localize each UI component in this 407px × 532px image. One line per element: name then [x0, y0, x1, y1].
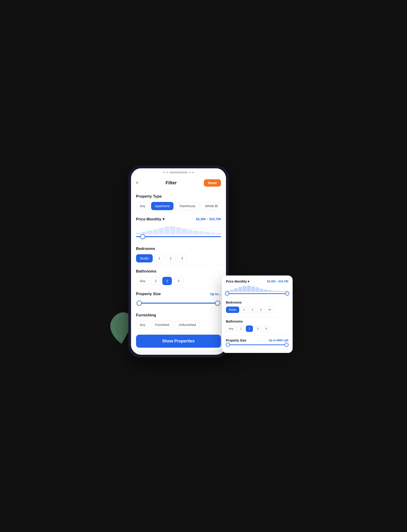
price-monthly-value: $2,300 – $15,700 [196, 217, 221, 221]
price-slider-thumb-left[interactable] [140, 234, 145, 239]
reset-button[interactable]: Reset [204, 179, 221, 187]
chip-townhouse[interactable]: Townhouse [175, 202, 199, 210]
popup-chip-1-bed[interactable]: 1 [241, 307, 248, 313]
popup-price-thumb-left[interactable] [225, 292, 229, 296]
popup-chip-2-bath[interactable]: 2 [246, 326, 253, 332]
show-properties-button[interactable]: Show Properties [136, 335, 221, 348]
bathrooms-header: Bathrooms [136, 269, 221, 274]
notch-dot-4 [192, 172, 194, 173]
bedrooms-header: Bedrooms [136, 246, 221, 251]
price-range-container [136, 225, 221, 240]
popup-chip-3-bed[interactable]: 3 [257, 307, 264, 313]
popup-price-histogram [226, 286, 289, 292]
phone-main: × Filter Reset Property Type Any Apartme… [128, 166, 229, 357]
popup-chip-4-bath[interactable]: 4 [263, 326, 270, 332]
price-slider-fill [136, 236, 221, 237]
furnishing-label: Furnishing [136, 313, 156, 318]
scene: × Filter Reset Property Type Any Apartme… [115, 161, 293, 371]
price-slider-track[interactable] [136, 236, 221, 237]
bathrooms-label: Bathrooms [136, 269, 157, 274]
property-type-label: Property Type [136, 194, 162, 199]
popup-chip-2-bed[interactable]: 2 [249, 307, 256, 313]
chip-whole-building[interactable]: Whole Bl [201, 202, 221, 210]
size-range-container [136, 300, 221, 306]
chip-3-bath[interactable]: 3 [174, 277, 183, 285]
popup-chip-3-bath[interactable]: 3 [254, 326, 261, 332]
popup-hist-bar [243, 286, 246, 292]
property-size-section: Property Size Up to... [131, 288, 226, 309]
chip-any-bath[interactable]: Any [136, 277, 149, 285]
furnishing-section: Furnishing Any Furnished Unfurnished [131, 309, 226, 332]
chip-1-bath[interactable]: 1 [151, 277, 161, 285]
notch-dot-2 [166, 172, 168, 173]
chip-any-furnish[interactable]: Any [136, 321, 149, 329]
popup-hist-bar [255, 287, 259, 292]
notch-dot-3 [189, 172, 191, 173]
size-slider-fill [139, 303, 217, 304]
popup-divider-1 [226, 298, 289, 298]
popup-divider-2 [226, 317, 289, 317]
popup-hist-bar [259, 289, 263, 292]
close-button[interactable]: × [136, 181, 139, 185]
chip-2-bed[interactable]: 2 [166, 254, 176, 262]
popup-hist-bar [276, 291, 280, 292]
popup-hist-bar [264, 290, 267, 292]
popup-price-section: Price Monthly ▾ $2,300 – $15,700 [226, 280, 289, 294]
chip-2-bath[interactable]: 2 [162, 277, 172, 285]
popup-hist-bar [281, 291, 284, 292]
hist-bar [187, 230, 192, 234]
chip-any[interactable]: Any [136, 202, 149, 210]
notch-bar [169, 172, 188, 173]
popup-hist-bar [251, 286, 255, 292]
price-monthly-section: Price Monthly ▾ $2,300 – $15,700 [131, 213, 226, 242]
bedrooms-chips: Studio 1 2 3 [136, 254, 221, 262]
popup-hist-bar [230, 290, 234, 292]
hist-bar [136, 232, 141, 234]
popup-chip-1-bath[interactable]: 1 [237, 326, 244, 332]
property-type-section: Property Type Any Apartment Townhouse Wh… [131, 190, 226, 213]
filter-title: Filter [165, 180, 177, 185]
hist-bar [199, 231, 204, 234]
size-slider-thumb-left[interactable] [137, 301, 142, 306]
popup-chip-studio[interactable]: Studio [226, 307, 239, 313]
size-slider-track[interactable] [136, 303, 221, 304]
price-monthly-label: Price Monthly ▾ [136, 217, 164, 222]
popup-hist-bar [234, 288, 238, 292]
popup-size-fill [228, 344, 287, 345]
hist-bar [159, 228, 164, 234]
hist-bar [204, 232, 210, 234]
popup-size-header: Property Size Up to 6600 sqft [226, 339, 289, 342]
popup-size-section: Property Size Up to 6600 sqft [226, 339, 289, 345]
chip-3-bed[interactable]: 3 [177, 254, 187, 262]
popup-price-track[interactable] [226, 293, 289, 294]
hist-bar [193, 231, 198, 234]
hist-bar [181, 228, 187, 234]
popup-price-thumb-right[interactable] [285, 292, 289, 296]
property-type-chips: Any Apartment Townhouse Whole Bl [136, 202, 221, 210]
popup-bathrooms-section: Bathrooms Any 1 2 3 4 [226, 320, 289, 332]
bathrooms-section: Bathrooms Any 1 2 3 [131, 265, 226, 288]
popup-hist-bar [247, 286, 251, 292]
popup-size-thumb-right[interactable] [284, 343, 289, 347]
popup-size-track[interactable] [226, 344, 289, 345]
size-slider-thumb-right[interactable] [215, 301, 220, 306]
chip-1-bed[interactable]: 1 [155, 254, 164, 262]
hist-bar [153, 229, 158, 234]
popup-chip-4plus-bed[interactable]: 4+ [266, 307, 274, 313]
popup-hist-bar [239, 287, 242, 292]
popup-bedrooms-section: Bedrooms Studio 1 2 3 4+ [226, 301, 289, 313]
popup-bedrooms-header: Bedrooms [226, 301, 289, 304]
bathrooms-chips: Any 1 2 3 [136, 277, 221, 285]
popup-chip-any-bath[interactable]: Any [226, 326, 236, 332]
popup-price-header: Price Monthly ▾ $2,300 – $15,700 [226, 280, 289, 283]
popup-hist-bar [268, 290, 272, 292]
furnishing-chips: Any Furnished Unfurnished [136, 321, 221, 329]
chip-apartment[interactable]: Apartment [151, 202, 174, 210]
bedrooms-section: Bedrooms Studio 1 2 3 [131, 242, 226, 265]
chip-studio[interactable]: Studio [136, 254, 153, 262]
chip-unfurnished[interactable]: Unfurnished [175, 321, 200, 329]
furnishing-header: Furnishing [136, 313, 221, 318]
chip-furnished[interactable]: Furnished [151, 321, 173, 329]
filter-header: × Filter Reset [131, 175, 226, 190]
popup-size-thumb-left[interactable] [226, 343, 230, 347]
